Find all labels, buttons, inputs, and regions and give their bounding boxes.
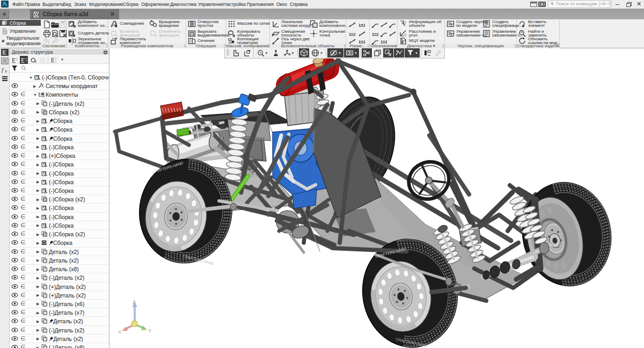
svg-text:Y: Y	[148, 328, 151, 334]
svg-text:Z: Z	[133, 300, 136, 305]
svg-text:x: x	[5, 69, 7, 73]
svg-text:X: X	[118, 329, 121, 335]
svg-text:f: f	[2, 67, 4, 73]
svg-text:?: ?	[404, 21, 406, 25]
svg-text:?: ?	[404, 33, 406, 37]
